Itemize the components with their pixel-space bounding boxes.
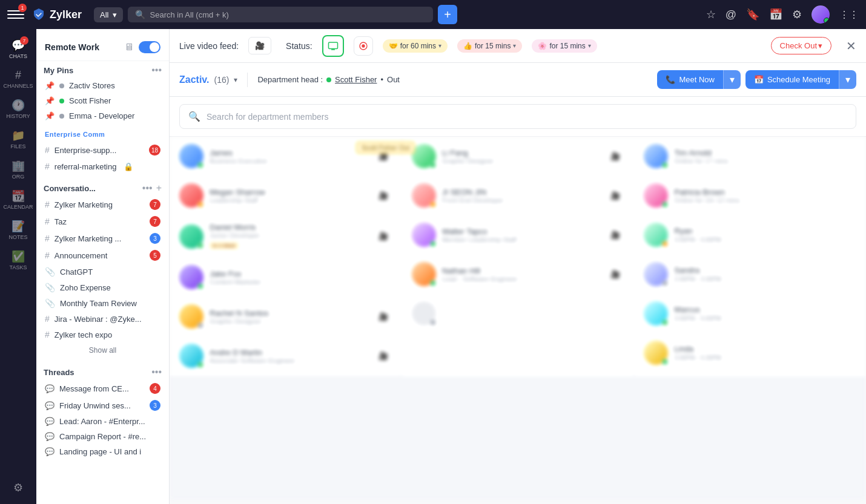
pin-zactiv-stores[interactable]: 📌 Zactiv Stores xyxy=(36,78,169,93)
grid-icon[interactable]: ⋮⋮ xyxy=(839,9,859,21)
dept-chevron-icon[interactable]: ▾ xyxy=(234,76,237,84)
status-dot xyxy=(59,83,64,88)
schedule-meeting-button[interactable]: 📅 Schedule Meeting xyxy=(745,70,839,89)
member-card[interactable]: Walter Tapco Member Leadership Staff 🎥 xyxy=(402,215,634,255)
conv-zylker-marketing-2[interactable]: # Zylker Marketing ... 3 xyxy=(36,230,169,247)
sidebar-item-org[interactable]: 🏢 ORG xyxy=(0,154,36,185)
add-conv-icon[interactable]: + xyxy=(156,183,162,194)
sidebar-item-files[interactable]: 📁 FILES xyxy=(0,124,36,154)
time-badge-15-orange[interactable]: 👍 for 15 mins ▾ xyxy=(457,39,522,53)
channel-enterprise-support[interactable]: # Enterprise-supp... 18 xyxy=(36,142,169,159)
member-card[interactable]: Jake Fox Content Marketer xyxy=(170,258,402,297)
bookmark-icon[interactable]: 🔖 xyxy=(746,8,759,21)
video-call-btn[interactable]: 🎥 xyxy=(375,148,392,165)
show-all-button[interactable]: Show all xyxy=(36,342,169,358)
thread-friday-unwind[interactable]: 💬 Friday Unwind ses... 3 xyxy=(36,397,169,414)
video-call-btn[interactable]: 🎥 xyxy=(375,347,392,364)
member-card[interactable] xyxy=(402,294,634,333)
monitor-icon: 🖥 xyxy=(124,42,134,53)
video-call-btn[interactable]: 🎥 xyxy=(607,148,624,165)
search-members-input[interactable] xyxy=(207,112,847,122)
schedule-chevron-button[interactable]: ▾ xyxy=(839,70,856,89)
at-icon[interactable]: @ xyxy=(726,8,736,21)
conv-monthly-team-review[interactable]: 📎 Monthly Team Review xyxy=(36,295,169,311)
search-dropdown[interactable]: All ▾ xyxy=(94,7,122,22)
video-call-btn[interactable]: 🎥 xyxy=(375,228,392,245)
user-avatar[interactable] xyxy=(811,5,830,24)
meet-now-chevron-button[interactable]: ▾ xyxy=(723,70,741,89)
calendar-icon[interactable]: 📅 xyxy=(769,8,782,21)
video-call-btn[interactable]: 🎥 xyxy=(607,187,624,204)
status-available-button[interactable] xyxy=(322,35,344,57)
chevron-down-icon: ▾ xyxy=(513,42,516,49)
member-card[interactable]: Tim Arnold Online for 17 mins xyxy=(634,137,866,176)
checkout-button[interactable]: Check Out ▾ xyxy=(771,37,831,54)
dept-head-link[interactable]: Scott Fisher xyxy=(335,75,377,84)
member-card[interactable]: Megan Sharrow Leadership Staff 🎥 xyxy=(170,176,402,215)
search-box[interactable]: 🔍 xyxy=(128,7,434,22)
video-call-btn[interactable]: 🎥 xyxy=(607,226,624,243)
member-card[interactable]: Daniel Morris Junior Developer In A Meet… xyxy=(170,215,402,258)
conv-zoho-expense[interactable]: 📎 Zoho Expense xyxy=(36,280,169,295)
sidebar-item-chats[interactable]: 💬 7 CHATS xyxy=(0,34,36,64)
member-card[interactable]: Rachel N Santos Graphic Designer 🎥 xyxy=(170,297,402,336)
member-card[interactable]: Li Fang Graphic Designer 🎥 xyxy=(402,137,634,176)
thread-landing-page[interactable]: 💬 Landing page - UI and i xyxy=(36,444,169,459)
member-card[interactable]: Andre D Martin Associate Software Engine… xyxy=(170,336,402,376)
video-feed-button[interactable]: 🎥 xyxy=(248,37,271,54)
sidebar-item-settings[interactable]: ⚙ xyxy=(0,476,36,499)
threads-section: Threads ••• xyxy=(36,363,169,380)
channel-referral-marketing[interactable]: # referral-marketing 🔒 xyxy=(36,159,169,174)
meet-now-button[interactable]: 📞 Meet Now xyxy=(657,70,723,89)
time-badge-15-pink[interactable]: 🌸 for 15 mins ▾ xyxy=(532,39,597,53)
conv-announcement[interactable]: # Announcement 5 xyxy=(36,247,169,264)
department-title: Zactiv. (16) ▾ xyxy=(179,74,237,85)
sidebar-item-channels[interactable]: # CHANNELS xyxy=(0,64,36,94)
star-icon[interactable]: ☆ xyxy=(706,8,716,21)
member-card[interactable]: Sandra 2:00PM - 3:30PM xyxy=(634,255,866,294)
add-button[interactable]: + xyxy=(438,5,457,24)
member-card[interactable]: Nathan Hill Lead - Software Engineer 🎥 xyxy=(402,255,634,294)
thread-campaign-report[interactable]: 💬 Campaign Report - #re... xyxy=(36,429,169,444)
thread-lead-aaron[interactable]: 💬 Lead: Aaron - #Enterpr... xyxy=(36,414,169,429)
nav-icons: ☆ @ 🔖 📅 ⚙ ⋮⋮ xyxy=(706,5,859,24)
close-button[interactable]: ✕ xyxy=(846,39,856,53)
search-input[interactable] xyxy=(150,10,426,19)
more-threads-icon[interactable]: ••• xyxy=(151,367,162,378)
conv-jira-webinar[interactable]: # Jira - Webinar : @Zyke... xyxy=(36,311,169,327)
video-call-btn[interactable]: 🎥 xyxy=(607,266,624,283)
my-pins-label: My Pins xyxy=(44,66,73,75)
member-card[interactable]: Marcus 3:00PM - 5:00PM xyxy=(634,294,866,333)
sidebar-item-notes[interactable]: 📝 NOTES xyxy=(0,215,36,245)
hamburger-menu[interactable]: 1 xyxy=(7,6,24,23)
pin-emma-developer[interactable]: 📌 Emma - Developer xyxy=(36,108,169,123)
sidebar-item-tasks[interactable]: ✅ TASKS xyxy=(0,245,36,275)
video-call-btn[interactable]: 🎥 xyxy=(375,187,392,204)
conv-zylker-marketing[interactable]: # Zylker Marketing 7 xyxy=(36,196,169,213)
time-badge-60[interactable]: 🤝 for 60 mins ▾ xyxy=(383,39,448,53)
status-busy-button[interactable] xyxy=(354,36,373,56)
member-card[interactable]: James Business Executive 🎥 xyxy=(170,137,402,176)
sidebar-item-calendar[interactable]: 📆 CALENDAR xyxy=(0,185,36,215)
more-pins-icon[interactable]: ••• xyxy=(151,65,162,76)
scott-out-banner: Scott Fisher Out xyxy=(356,142,415,154)
settings-icon[interactable]: ⚙ xyxy=(792,8,802,21)
member-card[interactable]: Ryan 3:00PM - 5:00PM xyxy=(634,215,866,255)
member-card[interactable]: Patricia Brown Online for 1hr 12 mins xyxy=(634,176,866,215)
conversations-section: Conversatio... ••• + xyxy=(36,179,169,196)
conv-chatgpt[interactable]: 📎 ChatGPT xyxy=(36,264,169,280)
conv-taz[interactable]: # Taz 7 xyxy=(36,213,169,230)
member-card[interactable]: JI SEON JIN Front End Developer 🎥 xyxy=(402,176,634,215)
conv-zylker-tech-expo[interactable]: # Zylker tech expo xyxy=(36,327,169,342)
more-conv-icon[interactable]: ••• xyxy=(142,183,153,194)
member-card[interactable]: Linda 3:00PM - 5:30PM xyxy=(634,333,866,373)
pin-scott-fisher[interactable]: 📌 Scott Fisher xyxy=(36,93,169,108)
dept-head-status: Out xyxy=(387,75,400,84)
svg-rect-0 xyxy=(328,42,337,49)
video-call-btn[interactable]: 🎥 xyxy=(375,308,392,325)
sidebar-item-history[interactable]: 🕐 HISTORY xyxy=(0,94,36,124)
chevron-down-icon: ▾ xyxy=(818,41,822,50)
pin-icon: 📌 xyxy=(45,96,55,105)
thread-message-from-ce[interactable]: 💬 Message from CE... 4 xyxy=(36,380,169,397)
remote-work-toggle[interactable] xyxy=(139,41,160,53)
